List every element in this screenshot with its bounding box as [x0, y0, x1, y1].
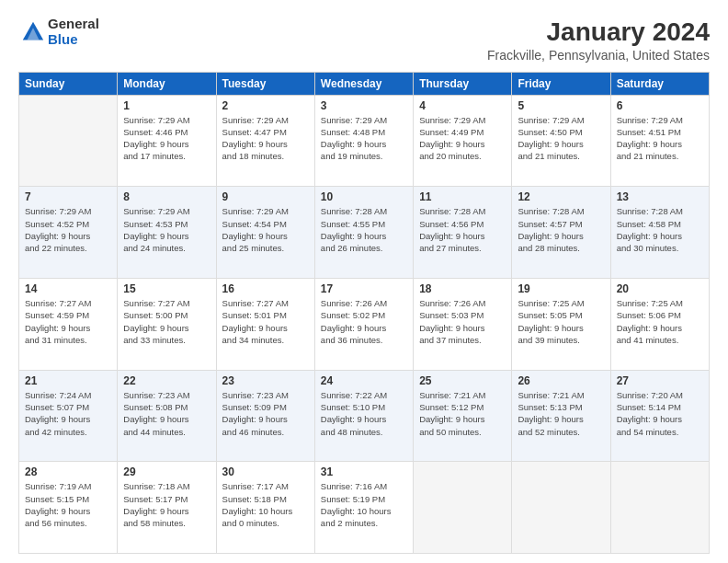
day-info: Sunrise: 7:28 AM Sunset: 4:58 PM Dayligh… [617, 205, 703, 254]
table-row: 11Sunrise: 7:28 AM Sunset: 4:56 PM Dayli… [414, 187, 512, 279]
day-number: 2 [222, 99, 309, 112]
day-info: Sunrise: 7:20 AM Sunset: 5:14 PM Dayligh… [617, 389, 703, 438]
table-row [414, 462, 512, 554]
day-number: 15 [123, 282, 210, 295]
day-info: Sunrise: 7:16 AM Sunset: 5:19 PM Dayligh… [321, 480, 407, 529]
day-info: Sunrise: 7:28 AM Sunset: 4:55 PM Dayligh… [321, 205, 407, 254]
day-info: Sunrise: 7:29 AM Sunset: 4:54 PM Dayligh… [222, 205, 309, 254]
table-row: 25Sunrise: 7:21 AM Sunset: 5:12 PM Dayli… [414, 370, 512, 462]
table-row: 12Sunrise: 7:28 AM Sunset: 4:57 PM Dayli… [512, 187, 610, 279]
day-info: Sunrise: 7:19 AM Sunset: 5:15 PM Dayligh… [25, 480, 111, 529]
logo: General Blue [18, 17, 99, 47]
table-row: 14Sunrise: 7:27 AM Sunset: 4:59 PM Dayli… [19, 278, 118, 370]
table-row: 9Sunrise: 7:29 AM Sunset: 4:54 PM Daylig… [216, 187, 314, 279]
logo-blue: Blue [48, 32, 99, 48]
day-number: 22 [123, 374, 210, 387]
table-row: 30Sunrise: 7:17 AM Sunset: 5:18 PM Dayli… [216, 462, 314, 554]
logo-text: General Blue [48, 17, 99, 47]
calendar-week-row: 21Sunrise: 7:24 AM Sunset: 5:07 PM Dayli… [19, 370, 710, 462]
table-row: 24Sunrise: 7:22 AM Sunset: 5:10 PM Dayli… [314, 370, 413, 462]
day-number: 21 [25, 374, 111, 387]
table-row [19, 95, 118, 187]
page: General Blue January 2024 Frackville, Pe… [0, 0, 728, 563]
day-number: 27 [617, 374, 703, 387]
day-info: Sunrise: 7:29 AM Sunset: 4:47 PM Dayligh… [222, 114, 309, 163]
logo-general: General [48, 17, 99, 32]
day-info: Sunrise: 7:29 AM Sunset: 4:46 PM Dayligh… [123, 114, 210, 163]
day-info: Sunrise: 7:22 AM Sunset: 5:10 PM Dayligh… [321, 389, 407, 438]
col-wednesday: Wednesday [314, 72, 413, 95]
col-sunday: Sunday [19, 72, 118, 95]
day-number: 3 [321, 99, 407, 112]
col-saturday: Saturday [610, 72, 709, 95]
main-title: January 2024 [487, 17, 710, 48]
table-row: 22Sunrise: 7:23 AM Sunset: 5:08 PM Dayli… [118, 370, 216, 462]
day-info: Sunrise: 7:29 AM Sunset: 4:49 PM Dayligh… [419, 114, 506, 163]
day-info: Sunrise: 7:21 AM Sunset: 5:12 PM Dayligh… [419, 389, 506, 438]
day-number: 12 [518, 190, 604, 203]
table-row: 4Sunrise: 7:29 AM Sunset: 4:49 PM Daylig… [414, 95, 512, 187]
day-info: Sunrise: 7:27 AM Sunset: 5:00 PM Dayligh… [123, 297, 210, 346]
day-info: Sunrise: 7:25 AM Sunset: 5:06 PM Dayligh… [617, 297, 703, 346]
day-info: Sunrise: 7:26 AM Sunset: 5:03 PM Dayligh… [419, 297, 506, 346]
day-info: Sunrise: 7:29 AM Sunset: 4:53 PM Dayligh… [123, 205, 210, 254]
day-info: Sunrise: 7:21 AM Sunset: 5:13 PM Dayligh… [518, 389, 604, 438]
table-row: 26Sunrise: 7:21 AM Sunset: 5:13 PM Dayli… [512, 370, 610, 462]
table-row: 23Sunrise: 7:23 AM Sunset: 5:09 PM Dayli… [216, 370, 314, 462]
table-row: 3Sunrise: 7:29 AM Sunset: 4:48 PM Daylig… [314, 95, 413, 187]
col-monday: Monday [118, 72, 216, 95]
title-block: January 2024 Frackville, Pennsylvania, U… [487, 17, 710, 63]
day-number: 7 [25, 190, 111, 203]
calendar-week-row: 28Sunrise: 7:19 AM Sunset: 5:15 PM Dayli… [19, 462, 710, 554]
day-number: 18 [419, 282, 506, 295]
table-row: 31Sunrise: 7:16 AM Sunset: 5:19 PM Dayli… [314, 462, 413, 554]
day-number: 11 [419, 190, 506, 203]
table-row: 21Sunrise: 7:24 AM Sunset: 5:07 PM Dayli… [19, 370, 118, 462]
col-tuesday: Tuesday [216, 72, 314, 95]
table-row: 2Sunrise: 7:29 AM Sunset: 4:47 PM Daylig… [216, 95, 314, 187]
table-row: 16Sunrise: 7:27 AM Sunset: 5:01 PM Dayli… [216, 278, 314, 370]
calendar-week-row: 7Sunrise: 7:29 AM Sunset: 4:52 PM Daylig… [19, 187, 710, 279]
table-row: 19Sunrise: 7:25 AM Sunset: 5:05 PM Dayli… [512, 278, 610, 370]
table-row: 18Sunrise: 7:26 AM Sunset: 5:03 PM Dayli… [414, 278, 512, 370]
table-row: 6Sunrise: 7:29 AM Sunset: 4:51 PM Daylig… [610, 95, 709, 187]
day-info: Sunrise: 7:27 AM Sunset: 5:01 PM Dayligh… [222, 297, 309, 346]
col-thursday: Thursday [414, 72, 512, 95]
day-number: 23 [222, 374, 309, 387]
day-number: 5 [518, 99, 604, 112]
calendar-header-row: Sunday Monday Tuesday Wednesday Thursday… [19, 72, 710, 95]
day-number: 14 [25, 282, 111, 295]
day-info: Sunrise: 7:23 AM Sunset: 5:08 PM Dayligh… [123, 389, 210, 438]
day-number: 26 [518, 374, 604, 387]
day-info: Sunrise: 7:25 AM Sunset: 5:05 PM Dayligh… [518, 297, 604, 346]
table-row [512, 462, 610, 554]
table-row: 7Sunrise: 7:29 AM Sunset: 4:52 PM Daylig… [19, 187, 118, 279]
table-row: 10Sunrise: 7:28 AM Sunset: 4:55 PM Dayli… [314, 187, 413, 279]
table-row: 5Sunrise: 7:29 AM Sunset: 4:50 PM Daylig… [512, 95, 610, 187]
day-info: Sunrise: 7:26 AM Sunset: 5:02 PM Dayligh… [321, 297, 407, 346]
day-info: Sunrise: 7:23 AM Sunset: 5:09 PM Dayligh… [222, 389, 309, 438]
day-number: 30 [222, 465, 309, 478]
day-number: 24 [321, 374, 407, 387]
table-row: 15Sunrise: 7:27 AM Sunset: 5:00 PM Dayli… [118, 278, 216, 370]
day-info: Sunrise: 7:28 AM Sunset: 4:57 PM Dayligh… [518, 205, 604, 254]
day-number: 10 [321, 190, 407, 203]
day-number: 17 [321, 282, 407, 295]
table-row: 8Sunrise: 7:29 AM Sunset: 4:53 PM Daylig… [118, 187, 216, 279]
day-number: 25 [419, 374, 506, 387]
day-info: Sunrise: 7:28 AM Sunset: 4:56 PM Dayligh… [419, 205, 506, 254]
day-number: 31 [321, 465, 407, 478]
day-number: 28 [25, 465, 111, 478]
day-info: Sunrise: 7:29 AM Sunset: 4:48 PM Dayligh… [321, 114, 407, 163]
day-number: 8 [123, 190, 210, 203]
day-info: Sunrise: 7:29 AM Sunset: 4:51 PM Dayligh… [617, 114, 703, 163]
table-row: 1Sunrise: 7:29 AM Sunset: 4:46 PM Daylig… [118, 95, 216, 187]
day-number: 20 [617, 282, 703, 295]
day-number: 29 [123, 465, 210, 478]
day-number: 13 [617, 190, 703, 203]
table-row: 13Sunrise: 7:28 AM Sunset: 4:58 PM Dayli… [610, 187, 709, 279]
calendar: Sunday Monday Tuesday Wednesday Thursday… [18, 72, 710, 554]
calendar-week-row: 14Sunrise: 7:27 AM Sunset: 4:59 PM Dayli… [19, 278, 710, 370]
col-friday: Friday [512, 72, 610, 95]
table-row: 28Sunrise: 7:19 AM Sunset: 5:15 PM Dayli… [19, 462, 118, 554]
